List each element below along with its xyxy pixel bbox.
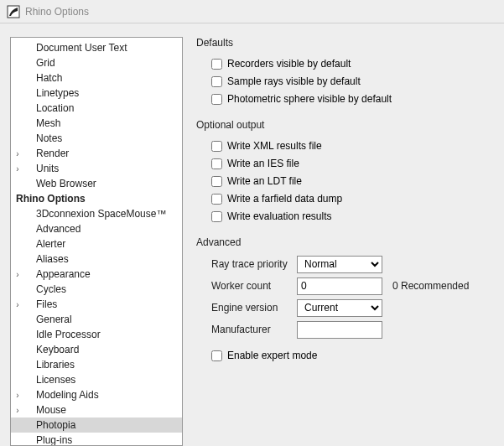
photometric-visible-label: Photometric sphere visible by default <box>227 93 392 105</box>
tree-item[interactable]: Grid <box>11 55 182 70</box>
chevron-right-icon[interactable]: › <box>13 149 23 158</box>
ray-priority-label: Ray trace priority <box>211 258 292 270</box>
tree-item-label: Hatch <box>34 72 64 84</box>
section-advanced-title: Advanced <box>196 236 499 248</box>
tree-item-label: Keyboard <box>34 344 81 355</box>
write-ies-row[interactable]: Write an IES file <box>211 155 499 172</box>
tree-item-label: Idle Processor <box>34 329 102 340</box>
expert-mode-label: Enable expert mode <box>227 350 317 361</box>
tree-item[interactable]: Libraries <box>11 357 182 372</box>
tree-item-label: Photopia <box>34 419 77 431</box>
tree-item-label: Cycles <box>34 283 68 295</box>
write-farfield-label: Write a farfield data dump <box>227 193 342 205</box>
tree-item-label: Mouse <box>34 404 68 416</box>
tree-item-label: Web Browser <box>34 178 98 189</box>
write-ies-checkbox[interactable] <box>211 158 222 169</box>
tree-item-label: Advanced <box>34 223 82 235</box>
tree-item[interactable]: ›Render <box>11 146 182 161</box>
tree-item[interactable]: Idle Processor <box>11 327 182 342</box>
sample-rays-visible-row[interactable]: Sample rays visible by default <box>211 73 499 90</box>
recorders-visible-checkbox[interactable] <box>211 59 222 70</box>
chevron-right-icon[interactable]: › <box>13 270 23 279</box>
expert-mode-checkbox[interactable] <box>211 350 222 361</box>
chevron-right-icon[interactable]: › <box>13 406 23 415</box>
expert-mode-row[interactable]: Enable expert mode <box>211 347 499 364</box>
write-eval-label: Write evaluation results <box>227 210 332 222</box>
tree-item-label: Render <box>34 148 70 159</box>
write-farfield-checkbox[interactable] <box>211 194 222 205</box>
tree-item[interactable]: Advanced <box>11 221 182 236</box>
section-defaults-title: Defaults <box>196 37 499 49</box>
write-ldt-checkbox[interactable] <box>211 176 222 187</box>
chevron-right-icon[interactable]: › <box>13 391 23 400</box>
write-xml-row[interactable]: Write XML results file <box>211 137 499 154</box>
tree-item[interactable]: Document User Text <box>11 40 182 55</box>
sample-rays-visible-label: Sample rays visible by default <box>227 75 361 87</box>
tree-item[interactable]: Licenses <box>11 372 182 387</box>
chevron-right-icon[interactable]: › <box>13 300 23 309</box>
engine-version-select[interactable]: Current <box>297 299 382 317</box>
tree-item-label: 3Dconnexion SpaceMouse™ <box>34 208 168 220</box>
options-tree[interactable]: Document User TextGridHatchLinetypesLoca… <box>10 37 183 446</box>
tree-item[interactable]: ›Appearance <box>11 267 182 282</box>
options-panel: Defaults Recorders visible by default Sa… <box>193 37 502 446</box>
write-xml-label: Write XML results file <box>227 140 322 152</box>
write-ies-label: Write an IES file <box>227 158 299 169</box>
titlebar: Rhino Options <box>0 0 504 23</box>
tree-item[interactable]: Aliases <box>11 252 182 267</box>
worker-count-input[interactable] <box>297 277 382 295</box>
tree-item-label: Aliases <box>34 253 70 265</box>
sample-rays-visible-checkbox[interactable] <box>211 76 222 87</box>
write-ldt-row[interactable]: Write an LDT file <box>211 173 499 189</box>
chevron-right-icon[interactable]: › <box>13 164 23 174</box>
tree-item[interactable]: ›Modeling Aids <box>11 387 182 402</box>
recorders-visible-row[interactable]: Recorders visible by default <box>211 55 499 72</box>
tree-item[interactable]: Mesh <box>11 116 182 131</box>
tree-item[interactable]: Location <box>11 101 182 116</box>
tree-item[interactable]: Keyboard <box>11 342 182 357</box>
tree-item-label: Linetypes <box>34 87 81 99</box>
tree-item-label: Mesh <box>34 117 62 129</box>
ray-priority-select[interactable]: Normal <box>297 256 382 273</box>
tree-item[interactable]: 3Dconnexion SpaceMouse™ <box>11 206 182 221</box>
write-xml-checkbox[interactable] <box>211 141 222 152</box>
app-icon <box>7 5 20 18</box>
tree-item[interactable]: ›Files <box>11 297 182 312</box>
tree-item[interactable]: Rhino Options <box>11 191 182 206</box>
tree-item-label: Appearance <box>34 268 92 280</box>
tree-item[interactable]: Linetypes <box>11 86 182 101</box>
tree-item-label: Document User Text <box>34 42 129 54</box>
tree-item[interactable]: ›Mouse <box>11 402 182 417</box>
tree-item[interactable]: Web Browser <box>11 176 182 191</box>
write-farfield-row[interactable]: Write a farfield data dump <box>211 190 499 207</box>
tree-item-label: Alerter <box>34 238 67 250</box>
photometric-visible-row[interactable]: Photometric sphere visible by default <box>211 91 499 107</box>
photometric-visible-checkbox[interactable] <box>211 94 222 105</box>
tree-item-label: Location <box>34 102 75 114</box>
worker-count-hint: 0 Recommended <box>392 280 469 292</box>
tree-item-label: Units <box>34 163 60 174</box>
tree-item-label: Licenses <box>34 374 77 386</box>
tree-item-label: Files <box>34 298 59 310</box>
engine-version-label: Engine version <box>211 302 292 314</box>
tree-item[interactable]: General <box>11 312 182 327</box>
write-eval-checkbox[interactable] <box>211 211 222 222</box>
tree-item[interactable]: Alerter <box>11 236 182 252</box>
worker-count-label: Worker count <box>211 280 292 292</box>
tree-item[interactable]: Plug-ins <box>11 433 182 446</box>
manufacturer-label: Manufacturer <box>211 324 292 335</box>
tree-item[interactable]: Cycles <box>11 282 182 297</box>
tree-item-label: Modeling Aids <box>34 389 101 401</box>
tree-item[interactable]: ›Units <box>11 161 182 176</box>
tree-item-label: General <box>34 314 74 325</box>
recorders-visible-label: Recorders visible by default <box>227 58 351 70</box>
tree-item-label: Plug-ins <box>34 434 74 446</box>
write-ldt-label: Write an LDT file <box>227 175 302 187</box>
tree-item[interactable]: Notes <box>11 131 182 146</box>
tree-item[interactable]: Photopia <box>11 417 182 433</box>
manufacturer-input[interactable] <box>297 321 382 339</box>
write-eval-row[interactable]: Write evaluation results <box>211 208 499 225</box>
tree-item[interactable]: Hatch <box>11 70 182 86</box>
tree-item-label: Libraries <box>34 359 76 371</box>
window-title: Rhino Options <box>25 6 89 18</box>
